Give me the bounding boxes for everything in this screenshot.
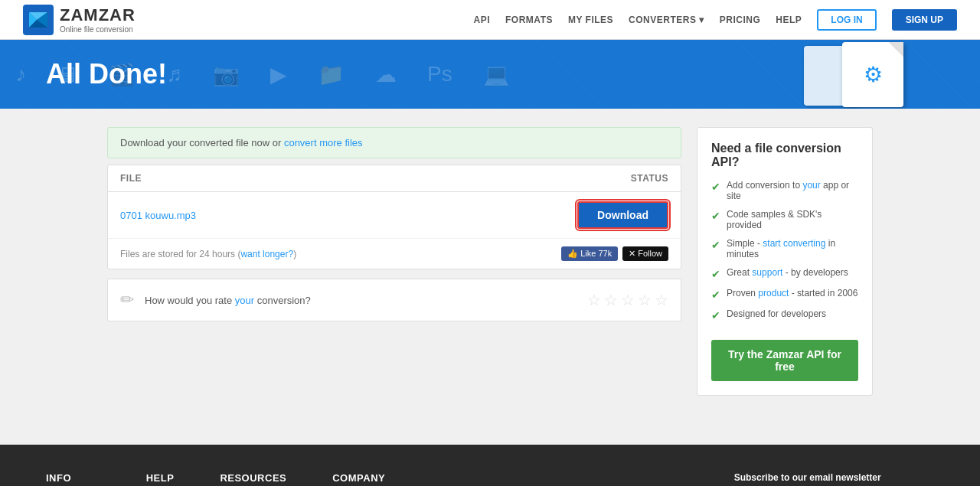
api-feature-2: ✔ Code samples & SDK's provided [711,209,858,230]
info-banner: Download your converted file now or conv… [107,127,681,158]
api-support-link[interactable]: support [752,267,782,278]
hero-icon-music: ♪ [15,62,26,86]
api-feature-1: ✔ Add conversion to your app or site [711,180,858,201]
star-5[interactable]: ☆ [655,291,668,309]
star-2[interactable]: ☆ [604,291,618,309]
hero-icon-note: ♬ [166,62,182,86]
star-3[interactable]: ☆ [621,291,635,309]
nav-pricing[interactable]: PRICING [720,15,761,25]
api-cta-button[interactable]: Try the Zamzar API for free [711,340,858,381]
footer-col-info: INFO Formats Compression Pricing [46,472,100,486]
right-panel: Need a file conversion API? ✔ Add conver… [697,127,873,396]
footer-company-title: COMPANY [332,472,400,484]
logo-tagline: Online file conversion [60,25,136,34]
twitter-follow-btn[interactable]: ✕ Follow [622,246,668,261]
want-longer-link[interactable]: want longer? [240,249,293,259]
nav-myfiles[interactable]: MY FILES [568,15,613,25]
rating-highlight: your [235,295,254,306]
table-row: 0701 kouwu.mp3 Download [108,192,681,239]
nav-formats[interactable]: FORMATS [505,15,553,25]
col-status: STATUS [631,173,668,184]
api-feature-3: ✔ Simple - start converting in minutes [711,238,858,259]
api-feature-text-2: Code samples & SDK's provided [727,209,858,230]
main-nav: API FORMATS MY FILES CONVERTERS ▾ PRICIN… [474,9,957,31]
logo-name: ZAMZAR [60,5,136,25]
api-feature-text-5: Proven product - started in 2006 [727,288,858,298]
hero-title: All Done! [46,58,167,90]
api-feature-4: ✔ Great support - by developers [711,267,858,280]
footer-col-help: HELP FAQ Status [146,472,175,486]
storage-info: Files are stored for 24 hours (want long… [120,249,296,259]
logo-area: ZAMZAR Online file conversion [23,5,136,35]
header: ZAMZAR Online file conversion API FORMAT… [0,0,980,40]
login-button[interactable]: LOG IN [817,9,876,31]
hero-icon-camera: 📷 [213,62,240,87]
rating-text: How would you rate your conversion? [145,295,577,306]
api-card-title: Need a file conversion API? [711,142,858,169]
api-feature-text-3: Simple - start converting in minutes [727,238,858,259]
footer: INFO Formats Compression Pricing HELP FA… [0,445,980,486]
footer-col-company: COMPANY About Us Sustainability Terms of… [332,472,400,486]
hero-file-graphic: ⚙ [842,40,903,109]
left-panel: Download your converted file now or conv… [107,127,681,396]
api-feature-text-4: Great support - by developers [727,267,848,278]
hero-file-paper-front: ⚙ [842,42,903,107]
download-button[interactable]: Download [577,201,668,229]
check-icon-5: ✔ [711,289,720,301]
hero-icon-cloud: ☁ [375,62,397,87]
check-icon-6: ✔ [711,309,720,321]
api-your-link[interactable]: your [802,180,820,191]
api-card: Need a file conversion API? ✔ Add conver… [697,127,873,396]
hero-icon-folder: 📁 [318,62,345,87]
star-1[interactable]: ☆ [587,291,601,309]
hero-icon-laptop: 💻 [483,62,510,87]
hero-icon-ps: Ps [427,62,452,86]
zamzar-logo-icon [23,5,54,35]
file-name-link[interactable]: 0701 kouwu.mp3 [120,210,196,221]
nav-help[interactable]: HELP [776,15,802,25]
footer-info-title: INFO [46,472,100,484]
check-icon-1: ✔ [711,181,720,193]
col-file: FILE [120,173,142,184]
info-banner-text: Download your converted file now or [120,137,281,148]
file-table: FILE STATUS 0701 kouwu.mp3 Download File… [107,165,681,269]
api-start-link[interactable]: start converting [763,238,825,249]
star-rating[interactable]: ☆ ☆ ☆ ☆ ☆ [587,291,668,309]
footer-help-title: HELP [146,472,175,484]
table-header: FILE STATUS [108,165,681,192]
signup-button[interactable]: SIGN UP [892,9,957,31]
footer-resources-title: RESOURCES [220,472,286,484]
api-feature-5: ✔ Proven product - started in 2006 [711,288,858,301]
footer-col-resources: RESOURCES Developer API Tools Blog [220,472,286,486]
hero-gear-icon: ⚙ [864,62,883,87]
api-feature-text-6: Designed for developers [727,308,826,319]
main-content: Download your converted file now or conv… [92,109,888,414]
check-icon-3: ✔ [711,239,720,251]
star-4[interactable]: ☆ [638,291,652,309]
footer-columns: INFO Formats Compression Pricing HELP FA… [46,472,934,486]
pencil-icon: ✏ [120,290,134,310]
newsletter-label: Subscribe to our email newsletter [734,472,934,483]
check-icon-2: ✔ [711,210,720,222]
check-icon-4: ✔ [711,268,720,280]
social-buttons: 👍 Like 77k ✕ Follow [561,246,668,261]
logo-text-area: ZAMZAR Online file conversion [60,5,136,34]
nav-converters[interactable]: CONVERTERS ▾ [629,15,704,25]
convert-more-link[interactable]: convert more files [284,137,363,148]
api-feature-text-1: Add conversion to your app or site [727,180,858,201]
footer-newsletter: Subscribe to our email newsletter Subscr… [734,472,934,486]
hero-banner: ♪ 🖥 🎬 ♬ 📷 ▶ 📁 ☁ Ps 💻 All Done! ⚙ [0,40,980,109]
api-product-link[interactable]: product [758,288,789,298]
table-footer: Files are stored for 24 hours (want long… [108,239,681,269]
nav-api[interactable]: API [474,15,491,25]
rating-section: ✏ How would you rate your conversion? ☆ … [107,279,681,321]
hero-icon-play: ▶ [270,62,287,87]
facebook-like-btn[interactable]: 👍 Like 77k [561,246,618,261]
api-feature-6: ✔ Designed for developers [711,308,858,321]
